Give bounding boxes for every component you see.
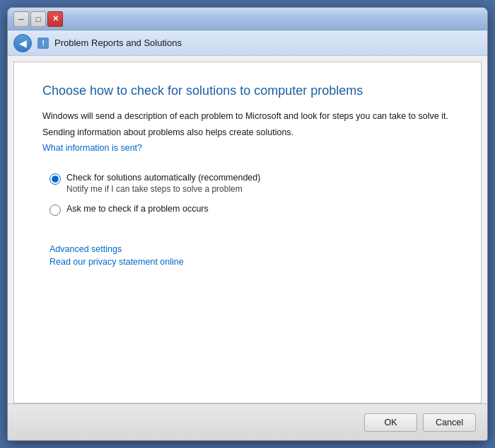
option1-main-label: Check for solutions automatically (recom… — [66, 173, 260, 183]
title-bar-buttons: ─ □ ✕ — [13, 11, 63, 27]
app-icon: ! — [36, 36, 50, 50]
option2-radio[interactable] — [50, 205, 61, 216]
links-section: Advanced settings Read our privacy state… — [50, 244, 453, 267]
content-area: Choose how to check for solutions to com… — [13, 62, 482, 403]
option2-labels: Ask me to check if a problem occurs — [66, 204, 209, 214]
advanced-settings-link[interactable]: Advanced settings — [50, 244, 453, 254]
option1-radio[interactable] — [50, 173, 61, 185]
main-window: ─ □ ✕ ◀ ! Problem Reports and Solutions … — [7, 7, 488, 441]
option2-main-label: Ask me to check if a problem occurs — [66, 204, 209, 214]
minimize-button[interactable]: ─ — [13, 11, 29, 27]
main-heading: Choose how to check for solutions to com… — [42, 84, 453, 98]
cancel-button[interactable]: Cancel — [423, 413, 476, 432]
footer: OK Cancel — [8, 403, 487, 440]
nav-bar: ◀ ! Problem Reports and Solutions — [8, 30, 487, 56]
option1-radio-group: Check for solutions automatically (recom… — [50, 173, 453, 194]
description-line1: Windows will send a description of each … — [42, 110, 453, 123]
window-title: Problem Reports and Solutions — [54, 38, 182, 48]
ok-button[interactable]: OK — [364, 413, 417, 432]
back-arrow-icon: ◀ — [19, 38, 27, 49]
description-line2: Sending information about problems also … — [42, 126, 453, 139]
options-section: Check for solutions automatically (recom… — [50, 173, 453, 216]
option1-sub-label: Notify me if I can take steps to solve a… — [66, 184, 260, 194]
svg-text:!: ! — [42, 39, 45, 47]
close-button[interactable]: ✕ — [47, 11, 63, 27]
title-bar: ─ □ ✕ — [8, 8, 487, 30]
option2-radio-group: Ask me to check if a problem occurs — [50, 204, 453, 216]
back-button[interactable]: ◀ — [13, 34, 32, 52]
what-info-link[interactable]: What information is sent? — [42, 143, 142, 153]
maximize-button[interactable]: □ — [30, 11, 46, 27]
privacy-statement-link[interactable]: Read our privacy statement online — [50, 257, 453, 267]
title-bar-left: ─ □ ✕ — [13, 11, 63, 27]
option1-labels: Check for solutions automatically (recom… — [66, 173, 260, 194]
